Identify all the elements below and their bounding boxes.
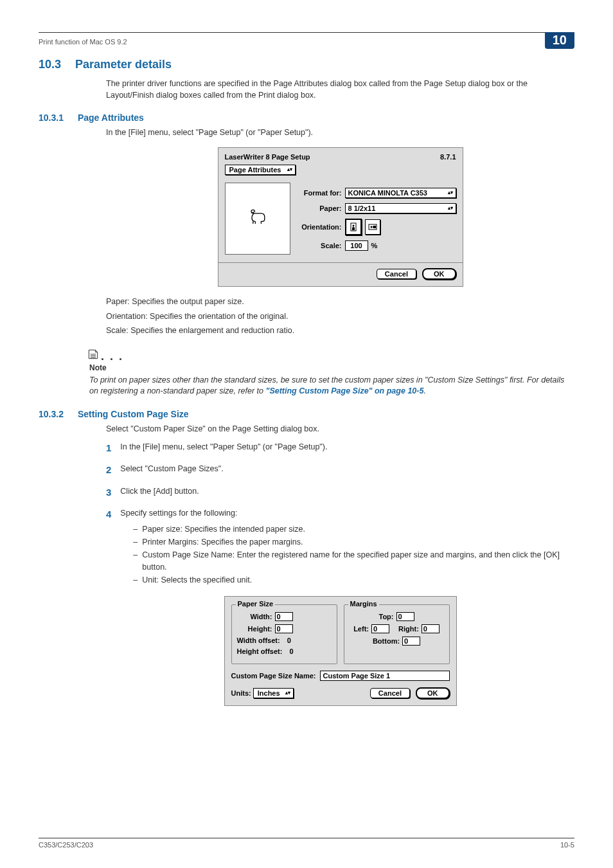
chevron-updown-icon: ▴▾ xyxy=(448,206,453,211)
running-header: Print function of Mac OS 9.2 xyxy=(39,38,127,46)
cancel-button[interactable]: Cancel xyxy=(377,269,416,279)
height-label: Height: xyxy=(237,625,272,633)
note-icon xyxy=(87,348,100,363)
subsection-number: 10.3.2 xyxy=(39,409,64,419)
cancel-button[interactable]: Cancel xyxy=(370,688,410,698)
intro-text: The printer driver functions are specifi… xyxy=(106,78,574,101)
list-item: Custom Page Size Name: Enter the registe… xyxy=(133,549,574,572)
paper-value: 8 1/2x11 xyxy=(348,204,376,212)
note-dots: . . . xyxy=(101,350,123,363)
dialog-version: 8.7.1 xyxy=(440,153,456,161)
top-label: Top: xyxy=(378,613,393,620)
width-input[interactable]: 0 xyxy=(275,612,293,621)
ok-button[interactable]: OK xyxy=(416,687,450,699)
portrait-icon xyxy=(349,222,358,231)
step-text: Specify settings for the following: xyxy=(120,509,237,518)
svg-point-4 xyxy=(370,226,372,228)
step-number: 1 xyxy=(106,441,111,456)
step-text: In the [File] menu, select "Paper Setup"… xyxy=(120,441,574,456)
format-for-label: Format for: xyxy=(296,189,342,197)
footer-model: C353/C253/C203 xyxy=(39,841,93,849)
custom-name-label: Custom Page Size Name: xyxy=(231,672,316,680)
format-for-value: KONICA MINOLTA C353 xyxy=(348,189,427,197)
orientation-landscape-button[interactable] xyxy=(365,219,380,235)
step-text: Click the [Add] button. xyxy=(120,485,574,500)
dogcow-icon xyxy=(246,206,269,231)
footer-page: 10-5 xyxy=(560,841,574,849)
scale-suffix: % xyxy=(371,242,378,249)
scale-label: Scale: xyxy=(296,242,342,249)
section-number: 10.3 xyxy=(39,58,61,71)
scale-input[interactable]: 100 xyxy=(345,240,368,251)
step-number: 2 xyxy=(106,463,111,478)
height-offset-value: 0 xyxy=(289,647,293,655)
chevron-updown-icon: ▴▾ xyxy=(287,167,292,172)
subsection-title: Setting Custom Page Size xyxy=(78,409,189,419)
paper-desc: Paper: Specifies the output paper size. xyxy=(106,296,574,307)
papersize-legend: Paper Size xyxy=(236,600,276,608)
width-label: Width: xyxy=(237,613,272,620)
section-title: Parameter details xyxy=(75,58,172,71)
cross-ref-link[interactable]: "Setting Custom Page Size" on page 10-5 xyxy=(265,386,423,395)
units-label: Units: xyxy=(231,689,251,697)
custom-name-input[interactable]: Custom Page Size 1 xyxy=(320,671,450,681)
units-value: Inches xyxy=(258,689,280,697)
right-label: Right: xyxy=(398,625,419,633)
units-select[interactable]: Inches ▴▾ xyxy=(253,688,294,698)
left-input[interactable]: 0 xyxy=(371,624,389,633)
custom-page-size-dialog: Paper Size Width:0 Height:0 Width offset… xyxy=(224,596,457,706)
height-offset-label: Height offset: xyxy=(237,647,283,655)
margins-legend: Margins xyxy=(348,600,379,608)
paper-select[interactable]: 8 1/2x11 ▴▾ xyxy=(345,203,456,213)
chevron-updown-icon: ▴▾ xyxy=(448,190,453,195)
orientation-label: Orientation: xyxy=(296,223,342,231)
step-text: Select "Custom Page Sizes". xyxy=(120,463,574,478)
width-offset-label: Width offset: xyxy=(237,637,280,644)
orientation-portrait-button[interactable] xyxy=(345,219,362,235)
step-number: 3 xyxy=(106,485,111,500)
top-input[interactable]: 0 xyxy=(396,612,414,621)
chapter-badge: 10 xyxy=(545,32,574,49)
panel-select[interactable]: Page Attributes ▴▾ xyxy=(225,165,296,175)
left-label: Left: xyxy=(353,625,369,633)
ok-button[interactable]: OK xyxy=(422,268,456,280)
note-text: To print on paper sizes other than the s… xyxy=(89,375,574,397)
page-setup-dialog: LaserWriter 8 Page Setup 8.7.1 Page Attr… xyxy=(218,147,463,287)
right-input[interactable]: 0 xyxy=(422,624,440,633)
list-item: Printer Margins: Specifies the paper mar… xyxy=(133,536,574,548)
height-input[interactable]: 0 xyxy=(275,624,293,633)
subsection-lead: Select "Custom Paper Size" on the Page S… xyxy=(106,423,574,435)
bottom-label: Bottom: xyxy=(373,637,400,645)
orientation-desc: Orientation: Specifies the orientation o… xyxy=(106,311,574,322)
note-label: Note xyxy=(89,363,574,372)
list-item: Paper size: Specifies the intended paper… xyxy=(133,523,574,535)
svg-point-0 xyxy=(252,212,253,213)
panel-select-value: Page Attributes xyxy=(229,166,281,174)
page-preview xyxy=(225,183,290,255)
step-number: 4 xyxy=(106,507,111,586)
dialog-title: LaserWriter 8 Page Setup xyxy=(225,153,310,161)
scale-desc: Scale: Specifies the enlargement and red… xyxy=(106,325,574,336)
subsection-title: Page Attributes xyxy=(78,113,144,123)
list-item: Unit: Selects the specified unit. xyxy=(133,574,574,586)
svg-point-2 xyxy=(352,225,354,227)
chevron-updown-icon: ▴▾ xyxy=(285,691,290,696)
landscape-icon xyxy=(368,222,377,231)
format-for-select[interactable]: KONICA MINOLTA C353 ▴▾ xyxy=(345,188,456,198)
width-offset-value: 0 xyxy=(287,637,291,644)
subsection-number: 10.3.1 xyxy=(39,113,64,123)
subsection-lead: In the [File] menu, select "Page Setup" … xyxy=(106,127,574,138)
bottom-input[interactable]: 0 xyxy=(402,637,420,646)
paper-label: Paper: xyxy=(296,204,342,212)
